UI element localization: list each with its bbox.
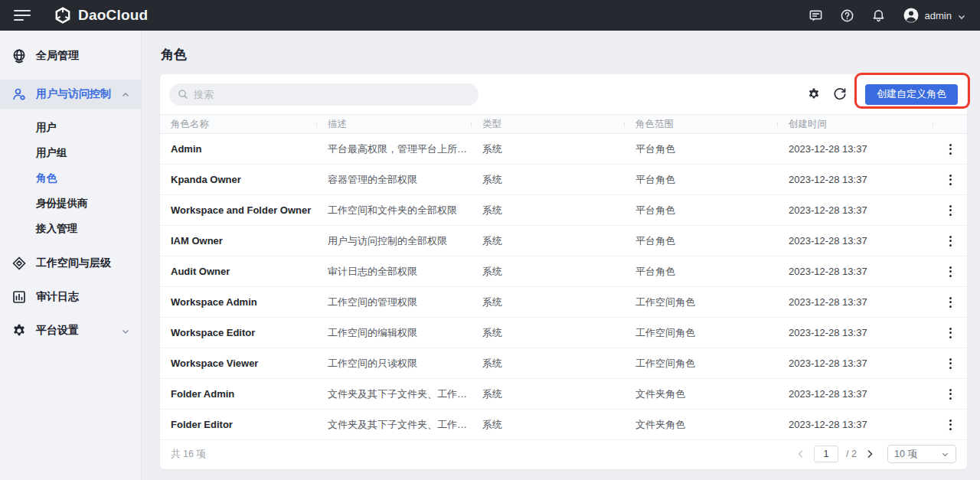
help-icon[interactable] bbox=[840, 8, 854, 23]
role-created-time: 2023-12-28 13:37 bbox=[778, 419, 933, 430]
table-footer: 共 16 项 / 2 10 项 bbox=[160, 440, 967, 468]
sidebar-item-platform-settings[interactable]: 平台设置 bbox=[0, 316, 141, 345]
total-count: 共 16 项 bbox=[171, 448, 206, 461]
table-settings-gear-icon[interactable] bbox=[807, 87, 821, 101]
chevron-down-icon bbox=[121, 326, 130, 335]
search-input[interactable] bbox=[194, 89, 470, 100]
hamburger-menu-icon[interactable] bbox=[14, 10, 31, 21]
table-row[interactable]: Admin 平台最高权限，管理平台上所有… 系统 平台角色 2023-12-28… bbox=[160, 134, 967, 165]
row-actions-kebab-icon[interactable] bbox=[943, 357, 957, 371]
row-actions-kebab-icon[interactable] bbox=[943, 387, 957, 401]
brand-name: DaoCloud bbox=[78, 7, 148, 24]
sidebar-item-identity-providers[interactable]: 身份提供商 bbox=[0, 191, 141, 216]
role-description: 工作空间的编辑权限 bbox=[317, 326, 472, 340]
role-description: 文件夹及其下子文件夹、工作空… bbox=[317, 387, 472, 401]
page-size-value: 10 项 bbox=[894, 448, 917, 461]
role-created-time: 2023-12-28 13:37 bbox=[778, 266, 933, 277]
table-row[interactable]: Folder Admin 文件夹及其下子文件夹、工作空… 系统 文件夹角色 20… bbox=[160, 379, 967, 410]
search-box[interactable] bbox=[169, 83, 479, 106]
role-name: Audit Owner bbox=[160, 266, 317, 277]
table-row[interactable]: Folder Editor 文件夹及其下子文件夹、工作空… 系统 文件夹角色 2… bbox=[160, 410, 967, 440]
table-row[interactable]: Workspace and Folder Owner 工作空间和文件夹的全部权限… bbox=[160, 195, 967, 226]
role-scope: 文件夹角色 bbox=[625, 387, 778, 401]
role-name: Admin bbox=[160, 143, 317, 155]
user-name: admin bbox=[925, 10, 952, 21]
user-menu[interactable]: admin bbox=[903, 7, 966, 24]
role-created-time: 2023-12-28 13:37 bbox=[778, 327, 933, 338]
column-header-type: 类型 bbox=[472, 118, 625, 131]
role-created-time: 2023-12-28 13:37 bbox=[778, 296, 933, 308]
role-type: 系统 bbox=[472, 142, 625, 156]
prev-page-icon[interactable] bbox=[795, 449, 806, 459]
top-header-bar: DaoCloud bbox=[0, 0, 980, 31]
row-actions-kebab-icon[interactable] bbox=[943, 142, 957, 156]
user-chevron-down-icon bbox=[957, 11, 966, 20]
row-actions-kebab-icon[interactable] bbox=[943, 204, 957, 217]
page-size-select[interactable]: 10 项 bbox=[887, 445, 956, 463]
table-row[interactable]: Audit Owner 审计日志的全部权限 系统 平台角色 2023-12-28… bbox=[160, 256, 967, 287]
role-scope: 平台角色 bbox=[625, 234, 778, 248]
chevron-up-icon bbox=[121, 90, 130, 99]
page-number-input[interactable] bbox=[814, 446, 838, 462]
sidebar-item-global-management[interactable]: 全局管理 bbox=[0, 41, 141, 70]
table-row[interactable]: Kpanda Owner 容器管理的全部权限 系统 平台角色 2023-12-2… bbox=[160, 165, 967, 195]
sidebar-item-access-management[interactable]: 接入管理 bbox=[0, 216, 141, 241]
sidebar-item-label: 工作空间与层级 bbox=[36, 256, 111, 270]
brand-logo[interactable]: DaoCloud bbox=[54, 6, 148, 24]
sidebar: 全局管理 用户与访问控制 用户 用户组 角色 bbox=[0, 31, 142, 480]
row-actions-kebab-icon[interactable] bbox=[943, 296, 957, 309]
row-actions-kebab-icon[interactable] bbox=[943, 418, 957, 432]
role-type: 系统 bbox=[472, 418, 625, 432]
role-description: 用户与访问控制的全部权限 bbox=[317, 234, 472, 248]
notification-bell-icon[interactable] bbox=[871, 8, 886, 23]
sidebar-item-label: 用户与访问控制 bbox=[36, 87, 111, 101]
sidebar-item-roles[interactable]: 角色 bbox=[0, 165, 141, 191]
sidebar-item-audit-logs[interactable]: 审计日志 bbox=[0, 282, 141, 312]
role-description: 文件夹及其下子文件夹、工作空… bbox=[317, 418, 472, 432]
main-content: 角色 bbox=[142, 31, 980, 480]
workspace-diamond-icon bbox=[11, 256, 27, 271]
sidebar-item-workspace-hierarchy[interactable]: 工作空间与层级 bbox=[0, 249, 141, 278]
role-name: Workspace Editor bbox=[160, 327, 317, 338]
role-description: 容器管理的全部权限 bbox=[317, 173, 472, 187]
table-row[interactable]: Workspace Editor 工作空间的编辑权限 系统 工作空间角色 202… bbox=[160, 318, 967, 348]
role-scope: 工作空间角色 bbox=[625, 357, 778, 371]
table-row[interactable]: Workspace Viewer 工作空间的只读权限 系统 工作空间角色 202… bbox=[160, 348, 967, 379]
select-chevron-down-icon bbox=[941, 450, 949, 459]
daocloud-logo-icon bbox=[54, 6, 72, 24]
role-description: 平台最高权限，管理平台上所有… bbox=[317, 142, 472, 156]
role-name: Folder Admin bbox=[160, 388, 317, 400]
iam-sub-list: 用户 用户组 角色 身份提供商 接入管理 bbox=[0, 109, 141, 244]
gear-icon bbox=[11, 323, 27, 338]
sidebar-item-users[interactable]: 用户 bbox=[0, 115, 141, 140]
column-header-role-name: 角色名称 bbox=[160, 118, 317, 131]
role-type: 系统 bbox=[472, 204, 625, 217]
page-total: / 2 bbox=[846, 449, 857, 459]
role-created-time: 2023-12-28 13:37 bbox=[778, 235, 933, 247]
role-name: Workspace and Folder Owner bbox=[160, 204, 317, 216]
sidebar-item-iam[interactable]: 用户与访问控制 bbox=[0, 80, 141, 109]
table-row[interactable]: IAM Owner 用户与访问控制的全部权限 系统 平台角色 2023-12-2… bbox=[160, 226, 967, 256]
row-actions-kebab-icon[interactable] bbox=[943, 326, 957, 340]
sidebar-item-user-groups[interactable]: 用户组 bbox=[0, 140, 141, 165]
audit-log-icon bbox=[11, 289, 27, 305]
next-page-icon[interactable] bbox=[864, 449, 875, 459]
role-scope: 平台角色 bbox=[625, 173, 778, 187]
toolbar: 创建自定义角色 bbox=[160, 74, 967, 114]
table-row[interactable]: Workspace Admin 工作空间的管理权限 系统 工作空间角色 2023… bbox=[160, 287, 967, 318]
create-custom-role-button[interactable]: 创建自定义角色 bbox=[865, 84, 958, 105]
message-icon[interactable] bbox=[808, 8, 823, 23]
role-description: 工作空间和文件夹的全部权限 bbox=[317, 204, 472, 217]
role-scope: 平台角色 bbox=[625, 265, 778, 279]
role-created-time: 2023-12-28 13:37 bbox=[778, 143, 933, 155]
role-scope: 文件夹角色 bbox=[625, 418, 778, 432]
sidebar-item-label: 平台设置 bbox=[36, 324, 79, 338]
page-title: 角色 bbox=[161, 46, 967, 64]
row-actions-kebab-icon[interactable] bbox=[943, 173, 957, 187]
role-type: 系统 bbox=[472, 296, 625, 309]
row-actions-kebab-icon[interactable] bbox=[943, 265, 957, 279]
row-actions-kebab-icon[interactable] bbox=[943, 234, 957, 248]
table-body: Admin 平台最高权限，管理平台上所有… 系统 平台角色 2023-12-28… bbox=[160, 134, 967, 440]
refresh-icon[interactable] bbox=[833, 87, 847, 101]
role-type: 系统 bbox=[472, 234, 625, 248]
